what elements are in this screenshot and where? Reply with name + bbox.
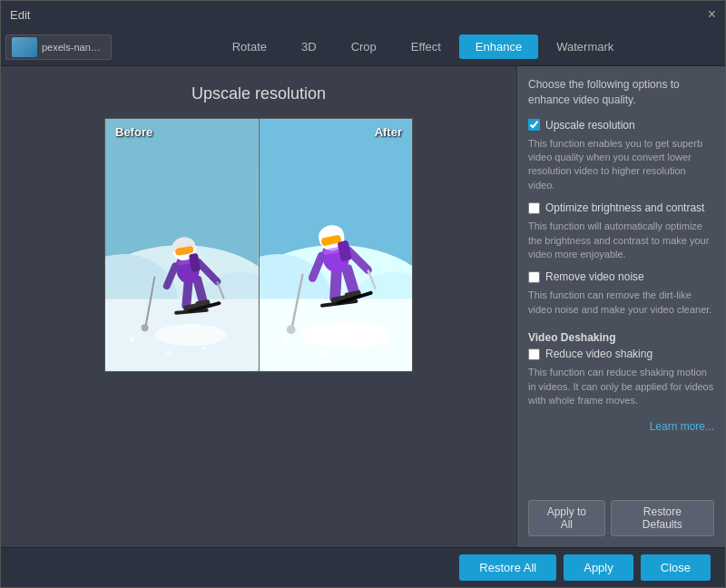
svg-point-49 xyxy=(282,336,289,343)
svg-point-31 xyxy=(299,321,389,348)
svg-point-52 xyxy=(382,341,388,347)
tab-enhance[interactable]: Enhance xyxy=(459,34,538,59)
upscale-checkbox[interactable] xyxy=(528,119,540,131)
deshake-label[interactable]: Reduce video shaking xyxy=(545,348,652,360)
window-title: Edit xyxy=(10,8,30,22)
thumbnail-preview xyxy=(12,37,37,57)
after-label: After xyxy=(369,123,407,141)
enhance-intro: Choose the following options to enhance … xyxy=(528,77,714,108)
upscale-desc: This function enables you to get superb … xyxy=(528,137,714,193)
svg-point-48 xyxy=(286,325,295,334)
bottom-bar: Restore All Apply Close xyxy=(1,547,725,587)
brightness-label[interactable]: Optimize brightness and contrast xyxy=(545,201,704,214)
panel-title: Upscale resolution xyxy=(191,84,326,103)
apply-button[interactable]: Apply xyxy=(564,554,633,581)
left-panel: Upscale resolution Before xyxy=(1,66,516,547)
panel-buttons: Apply to All Restore Defaults xyxy=(528,491,714,536)
upscale-label[interactable]: Upscale resolution xyxy=(545,119,635,132)
noise-option-row: Remove video noise xyxy=(528,270,714,283)
noise-checkbox[interactable] xyxy=(528,271,540,283)
title-bar: Edit × xyxy=(1,1,725,28)
before-panel: Before xyxy=(105,119,260,371)
brightness-checkbox[interactable] xyxy=(528,202,540,214)
file-name: pexels-nang-... xyxy=(42,42,105,53)
svg-point-5 xyxy=(155,324,227,346)
close-button[interactable]: Close xyxy=(641,554,711,581)
svg-point-24 xyxy=(202,347,206,350)
before-after-preview: Before xyxy=(104,118,413,372)
svg-point-23 xyxy=(130,337,135,342)
deshake-checkbox[interactable] xyxy=(528,348,540,360)
svg-point-51 xyxy=(319,349,326,357)
window: Edit × pexels-nang-... Rotate 3D Crop Ef… xyxy=(0,0,726,588)
deshake-desc: This function can reduce shaking motion … xyxy=(528,366,714,407)
close-icon[interactable]: × xyxy=(708,7,716,22)
tab-crop[interactable]: Crop xyxy=(335,34,393,59)
brightness-option-row: Optimize brightness and contrast xyxy=(528,201,714,214)
after-panel: After xyxy=(260,119,413,371)
main-content: Upscale resolution Before xyxy=(1,66,725,547)
apply-to-all-button[interactable]: Apply to All xyxy=(528,500,605,536)
after-image xyxy=(260,119,413,371)
brightness-desc: This function will automatically optimiz… xyxy=(528,220,714,261)
tab-effect[interactable]: Effect xyxy=(395,34,457,59)
restore-defaults-button[interactable]: Restore Defaults xyxy=(611,500,714,536)
restore-all-button[interactable]: Restore All xyxy=(459,554,556,581)
noise-desc: This function can remove the dirt-like v… xyxy=(528,289,714,317)
svg-point-50 xyxy=(356,346,361,351)
learn-more-link[interactable]: Learn more... xyxy=(528,420,714,433)
svg-point-22 xyxy=(142,324,149,331)
tab-rotate[interactable]: Rotate xyxy=(216,34,283,59)
tab-watermark[interactable]: Watermark xyxy=(540,34,630,59)
file-thumbnail[interactable]: pexels-nang-... xyxy=(5,34,112,60)
noise-label[interactable]: Remove video noise xyxy=(545,270,644,283)
upscale-option-row: Upscale resolution xyxy=(528,119,714,132)
tab-3d[interactable]: 3D xyxy=(285,34,333,59)
deshake-option-row: Reduce video shaking xyxy=(528,348,714,360)
before-label: Before xyxy=(110,123,158,141)
right-panel: Choose the following options to enhance … xyxy=(516,66,725,547)
deshaking-section-title: Video Deshaking xyxy=(528,331,714,344)
before-image xyxy=(105,119,259,371)
tab-bar: pexels-nang-... Rotate 3D Crop Effect En… xyxy=(1,28,725,66)
tab-navigation: Rotate 3D Crop Effect Enhance Watermark xyxy=(125,34,721,59)
svg-point-25 xyxy=(165,350,171,356)
